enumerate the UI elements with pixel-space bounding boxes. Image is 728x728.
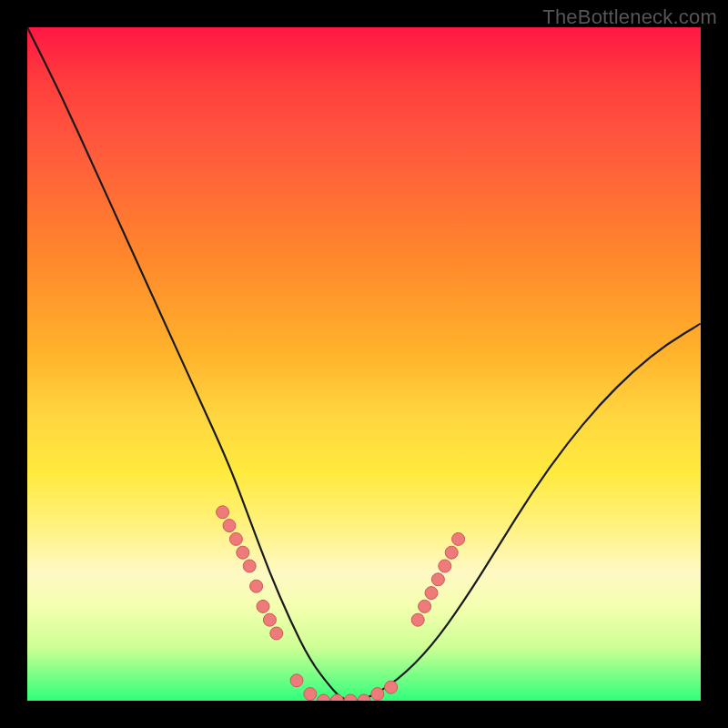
marker-dot: [445, 546, 458, 559]
chart-frame: TheBottleneck.com: [0, 0, 728, 728]
marker-dot: [237, 546, 249, 559]
bottleneck-curve: [27, 27, 701, 701]
marker-dot: [439, 560, 451, 572]
marker-dots: [217, 506, 465, 701]
marker-dot: [344, 694, 357, 701]
marker-dot: [257, 600, 269, 612]
marker-dot: [223, 520, 236, 532]
marker-dot: [263, 613, 276, 626]
marker-dot: [411, 613, 424, 626]
watermark-text: TheBottleneck.com: [542, 5, 717, 29]
marker-dot: [371, 688, 384, 701]
marker-dot: [330, 694, 343, 701]
marker-dot: [358, 694, 370, 701]
marker-dot: [385, 681, 398, 693]
marker-dot: [243, 560, 256, 572]
plot-area: [27, 27, 701, 701]
marker-dot: [304, 688, 317, 701]
marker-dot: [419, 600, 431, 612]
marker-dot: [318, 694, 330, 701]
marker-dot: [229, 532, 242, 545]
marker-dot: [425, 587, 438, 600]
marker-dot: [217, 506, 229, 519]
marker-dot: [431, 573, 444, 586]
bottleneck-chart-svg: [27, 27, 701, 701]
marker-dot: [290, 674, 303, 687]
marker-dot: [250, 580, 263, 592]
marker-dot: [270, 627, 283, 640]
marker-dot: [452, 532, 465, 545]
